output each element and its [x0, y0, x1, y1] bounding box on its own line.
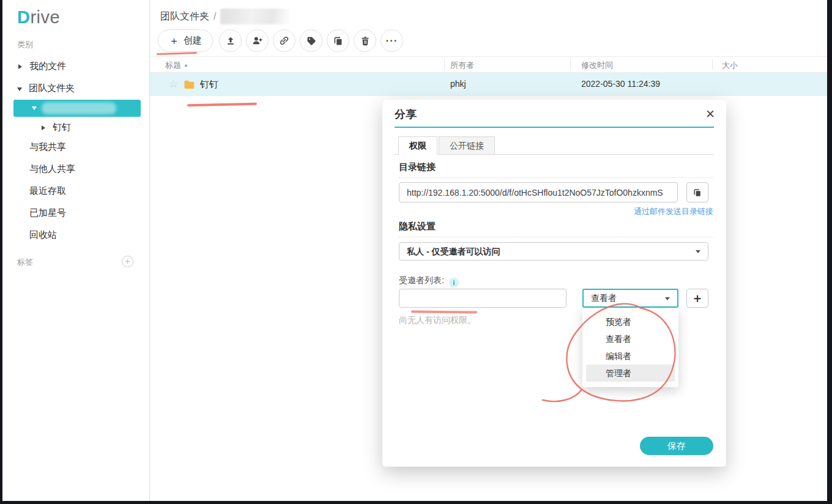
sidebar-item-label: 最近存取 — [29, 185, 66, 196]
column-label: 大小 — [722, 61, 738, 70]
info-icon[interactable]: i — [449, 278, 459, 287]
add-tag-button[interactable]: + — [122, 256, 133, 267]
menu-item-viewer[interactable]: 查看者 — [582, 330, 678, 347]
drive-logo: Drive — [17, 7, 60, 28]
caret-right-icon — [42, 125, 45, 130]
sidebar: Drive 类别 我的文件 团队文件夹 钉钉 与我共享 与他人共享 最近存取 已… — [2, 0, 150, 501]
chevron-down-icon — [696, 250, 700, 253]
menu-item-manager[interactable]: 管理者 — [586, 365, 675, 382]
invitee-list-label: 受邀者列表:i — [399, 275, 459, 287]
copy-icon — [333, 35, 344, 46]
column-divider — [444, 59, 445, 70]
breadcrumb: 团队文件夹/ — [160, 9, 289, 24]
column-divider — [570, 59, 571, 70]
column-header-modified[interactable]: 修改时间 — [581, 60, 613, 71]
table-header: 标题▲ 所有者 修改时间 大小 — [150, 56, 827, 73]
link-icon — [278, 35, 290, 46]
logo-letter-d: D — [17, 7, 30, 27]
label-button[interactable] — [300, 29, 322, 52]
caret-right-icon — [18, 64, 22, 69]
plus-icon: + — [125, 256, 130, 266]
category-label: 类别 — [17, 39, 33, 50]
privacy-select[interactable]: 私人 - 仅受邀者可以访问 — [399, 242, 708, 261]
ellipsis-icon: ··· — [386, 35, 398, 47]
role-select[interactable]: 查看者 — [582, 289, 678, 308]
sidebar-item-label: 钉钉 — [48, 122, 71, 132]
dialog-tabs: 权限 公开链接 — [398, 136, 496, 155]
sidebar-item-dingding[interactable]: 钉钉 — [42, 119, 71, 136]
sidebar-item-label: 回收站 — [29, 229, 57, 240]
role-selected-value: 查看者 — [591, 293, 617, 303]
tags-label: 标签 — [17, 257, 33, 268]
invitee-input[interactable] — [399, 289, 566, 308]
file-name[interactable]: 钉钉 — [200, 79, 218, 91]
column-header-title[interactable]: 标题▲ — [165, 60, 188, 71]
create-button[interactable]: ＋ 创建 — [158, 29, 213, 52]
no-access-hint: 尚无人有访问权限。 — [399, 315, 476, 326]
sidebar-item-shared-with-me[interactable]: 与我共享 — [29, 138, 66, 155]
sidebar-item-label: 与他人共享 — [29, 163, 75, 174]
add-invitee-button[interactable]: ＋ — [686, 289, 708, 308]
sidebar-item-recycle-bin[interactable]: 回收站 — [29, 226, 57, 243]
tab-permissions[interactable]: 权限 — [398, 136, 437, 155]
sidebar-item-my-files[interactable]: 我的文件 — [18, 57, 66, 75]
close-icon[interactable]: ✕ — [705, 107, 715, 121]
app-window: Drive 类别 我的文件 团队文件夹 钉钉 与我共享 与他人共享 最近存取 已… — [0, 0, 832, 504]
add-user-icon — [251, 35, 263, 46]
redacted-breadcrumb-segment — [220, 9, 289, 24]
chevron-down-icon — [665, 297, 670, 300]
sidebar-item-label: 我的文件 — [24, 61, 66, 71]
directory-link-input[interactable] — [399, 182, 678, 202]
dialog-title: 分享 — [395, 107, 417, 122]
save-button[interactable]: 保存 — [640, 437, 713, 455]
share-add-user-button[interactable] — [246, 29, 269, 52]
file-modified-time: 2022-05-30 11:24:39 — [581, 79, 660, 89]
upload-button[interactable] — [219, 29, 242, 52]
star-outline-icon[interactable]: ☆ — [169, 78, 178, 91]
plus-icon: ＋ — [691, 290, 704, 306]
copy-link-button[interactable] — [686, 182, 708, 202]
dotted-divider — [399, 237, 713, 237]
menu-item-editor[interactable]: 编辑者 — [582, 347, 678, 365]
breadcrumb-separator: / — [209, 11, 220, 21]
redacted-folder-name — [42, 102, 116, 114]
upload-icon — [225, 35, 236, 46]
role-dropdown-menu: 预览者 查看者 编辑者 管理者 — [582, 308, 678, 387]
get-link-button[interactable] — [273, 29, 295, 52]
window-border — [0, 501, 832, 504]
column-header-size[interactable]: 大小 — [722, 60, 738, 71]
sidebar-item-shared-with-others[interactable]: 与他人共享 — [29, 160, 75, 177]
sidebar-item-starred[interactable]: 已加星号 — [29, 204, 66, 221]
sidebar-item-team-folder[interactable]: 团队文件夹 — [17, 80, 75, 97]
window-border — [827, 0, 832, 504]
copy-icon — [693, 188, 702, 198]
sidebar-item-selected-folder[interactable] — [13, 100, 141, 117]
caret-down-icon — [17, 87, 22, 91]
directory-link-heading: 目录链接 — [399, 161, 436, 173]
column-header-owner[interactable]: 所有者 — [450, 60, 474, 71]
column-label: 标题 — [165, 61, 181, 70]
invitee-label-text: 受邀者列表: — [399, 275, 444, 285]
breadcrumb-root[interactable]: 团队文件夹 — [160, 11, 209, 21]
caret-down-icon — [32, 106, 37, 110]
trash-icon — [360, 35, 371, 46]
logo-rest: rive — [30, 7, 60, 27]
delete-button[interactable] — [354, 29, 376, 52]
send-link-by-email-link[interactable]: 通过邮件发送目录链接 — [634, 206, 713, 217]
more-actions-button[interactable]: ··· — [381, 29, 403, 52]
folder-icon — [183, 78, 195, 91]
share-dialog: 分享 ✕ 权限 公开链接 目录链接 通过邮件发送目录链接 隐私设置 私人 - 仅… — [382, 100, 726, 467]
tab-public-link[interactable]: 公开链接 — [439, 136, 495, 155]
copy-button[interactable] — [327, 29, 349, 52]
sidebar-item-label: 团队文件夹 — [24, 83, 75, 93]
accent-divider — [395, 127, 714, 128]
privacy-settings-heading: 隐私设置 — [399, 221, 436, 232]
table-row[interactable]: ☆ 钉钉 phkj 2022-05-30 11:24:39 — [150, 73, 827, 96]
privacy-selected-value: 私人 - 仅受邀者可以访问 — [407, 246, 500, 256]
plus-icon: ＋ — [169, 34, 179, 48]
menu-item-previewer[interactable]: 预览者 — [582, 313, 678, 330]
window-border — [0, 0, 2, 504]
dotted-divider — [399, 177, 713, 178]
sidebar-item-recent[interactable]: 最近存取 — [29, 182, 66, 199]
sort-ascending-icon: ▲ — [181, 62, 188, 68]
